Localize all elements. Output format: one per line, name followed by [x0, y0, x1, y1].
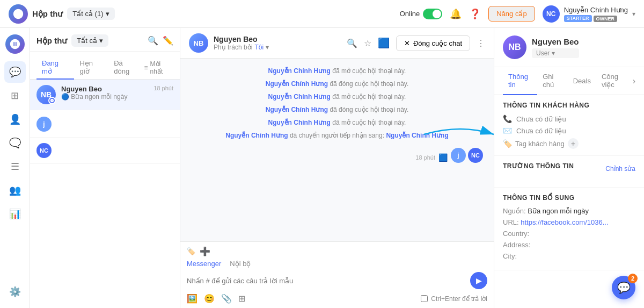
ctrl-enter-text: Ctrl+Enter để trả lời	[431, 295, 487, 303]
right-panel: NB Nguyen Beo User ▾ Thông tin Ghi chú D…	[494, 28, 644, 308]
chat-contact-name: Nguyen Beo	[214, 35, 269, 44]
msg-transfer-target: Nguyễn Chính Hưng	[386, 132, 448, 139]
add-tag-icon[interactable]: ➕	[200, 246, 210, 256]
compose-icon[interactable]: ✏️	[163, 35, 173, 46]
rp-tab-more-icon[interactable]: ›	[633, 76, 635, 86]
sidebar-item-team[interactable]: 👥	[4, 180, 26, 201]
user-dropdown-icon: ▾	[632, 10, 635, 18]
tab-internal[interactable]: Nội bộ	[230, 260, 251, 268]
chat-input-area: ▶	[187, 272, 487, 289]
inbox-item-time: 18 phút	[153, 85, 173, 93]
msg-actor: Nguyễn Chính Hưng	[266, 80, 328, 88]
chat-input[interactable]	[187, 277, 466, 285]
tag-row: 🏷️ Tag khách hàng +	[503, 138, 635, 149]
sidebar-item-chat[interactable]: 💬	[4, 61, 26, 83]
inbox-tabs: Đang mở Hẹn giờ Đã đóng ≡ Mới nhất	[30, 52, 180, 80]
chat-bubble-button[interactable]: 💬 2	[612, 276, 635, 299]
inbox-item[interactable]: NB Nguyen Beo 18 phút 🔵 Bữa ngon mỗi ngà…	[30, 80, 180, 110]
online-toggle: Online	[400, 9, 443, 19]
inbox-sort[interactable]: ≡ Mới nhất	[144, 56, 173, 79]
tab-messenger[interactable]: Messenger	[187, 260, 221, 268]
chat-footer-icons: 🖼️ 😊 📎 ⊞ Ctrl+Enter để trả lời	[187, 293, 487, 304]
rp-contact-name: Nguyen Beo	[532, 37, 579, 46]
sidebar-item-comments[interactable]: 🗨️	[4, 132, 26, 154]
chat-main: NB Nguyen Beo Phụ trách bởi Tôi ▾ 🔍 ☆ 🟦	[180, 28, 494, 308]
upgrade-button[interactable]: Nâng cấp	[488, 6, 535, 22]
notification-icon[interactable]: 🔔	[450, 8, 462, 20]
template-icon[interactable]: ⊞	[238, 293, 245, 304]
url-row: URL: https://facebook.com/1036...	[503, 218, 635, 226]
user-menu[interactable]: NC Nguyễn Chính Hưng STARTER OWNER ▾	[543, 5, 635, 23]
msg-actor: Nguyễn Chính Hưng	[225, 132, 288, 139]
inbox-filter-dropdown[interactable]: Tất cả ▾	[71, 34, 108, 47]
rp-tab-notes[interactable]: Ghi chú	[537, 67, 568, 95]
sidebar: 💬 ⊞ 👤 🗨️ ☰ 👥 📊 ⚙️	[0, 28, 30, 308]
tag-label: Tag khách hàng	[515, 140, 565, 148]
dropdown-arrow-icon: ▾	[99, 37, 103, 45]
messenger-icon[interactable]: 🟦	[378, 37, 390, 49]
rp-header: NB Nguyen Beo User ▾	[494, 28, 644, 67]
emoji-icon[interactable]: 😊	[204, 293, 215, 304]
ctrl-enter-checkbox[interactable]	[421, 295, 428, 302]
tab-closed[interactable]: Đã đóng	[108, 56, 144, 80]
chat-footer-tabs: Messenger Nội bộ	[187, 260, 487, 268]
app-logo[interactable]	[5, 34, 25, 54]
attach-icon[interactable]: 📎	[221, 293, 232, 304]
topbar-filter-label: Tất cả (1)	[72, 10, 103, 18]
sidebar-item-list[interactable]: ☰	[4, 156, 26, 177]
close-chat-button[interactable]: ✕ Đóng cuộc chat	[396, 35, 470, 51]
online-switch[interactable]	[423, 9, 442, 19]
chat-header-info: Nguyen Beo Phụ trách bởi Tôi ▾	[214, 35, 269, 51]
edit-link[interactable]: Chỉnh sửa	[605, 165, 635, 173]
tab-scheduled[interactable]: Hẹn giờ	[74, 56, 108, 80]
sender-avatar-j: j	[451, 148, 466, 163]
online-label: Online	[400, 10, 420, 18]
add-tag-button[interactable]: +	[568, 138, 579, 149]
rp-tabs: Thông tin Ghi chú Deals Công việc ›	[494, 67, 644, 95]
top-bar: Hộp thư Tất cả (1) ▾ Online 🔔 ❓ Nâng cấp…	[0, 0, 644, 28]
inbox-item-j[interactable]: j	[30, 110, 180, 138]
city-row: City:	[503, 252, 635, 260]
rp-tab-info[interactable]: Thông tin	[503, 67, 537, 95]
rp-tab-deals[interactable]: Deals	[568, 71, 596, 91]
user-avatar: NC	[543, 5, 560, 23]
system-msg-1: Nguyễn Chính Hưng đã mở cuộc hội thoại n…	[191, 67, 483, 75]
rp-tab-tasks[interactable]: Công việc	[596, 67, 633, 95]
url-value[interactable]: https://facebook.com/1036...	[521, 218, 608, 226]
custom-fields-header: TRƯỜNG THÔNG TIN Chỉnh sửa	[503, 162, 635, 175]
msg-actor: Nguyễn Chính Hưng	[268, 119, 331, 126]
avatar-nc: NC	[36, 143, 52, 158]
tag-icon: 🏷️	[503, 139, 512, 148]
topbar-filter-dropdown[interactable]: Tất cả (1) ▾	[67, 8, 114, 20]
system-msg-3: Nguyễn Chính Hưng đã mở cuộc hội thoại n…	[191, 93, 483, 101]
chat-header-actions: 🔍 ☆ 🟦 ✕ Đóng cuộc chat ⋮	[347, 35, 485, 51]
msg-time: 18 phút	[415, 154, 435, 161]
sidebar-item-analytics[interactable]: 📊	[4, 203, 26, 225]
city-label: City:	[503, 252, 517, 260]
sidebar-item-contacts[interactable]: 👤	[4, 109, 26, 130]
chat-contact-avatar: NB	[189, 33, 208, 53]
tag-icon[interactable]: 🏷️	[187, 247, 195, 255]
sort-label: Mới nhất	[150, 60, 173, 75]
topbar-inbox-label: Hộp thư	[32, 9, 63, 19]
inbox-item-nc[interactable]: NC	[30, 138, 180, 164]
phone-row: 📞 Chưa có dữ liệu	[503, 114, 635, 123]
more-icon[interactable]: ⋮	[477, 38, 485, 48]
search-icon[interactable]: 🔍	[148, 35, 158, 46]
help-icon[interactable]: ❓	[469, 8, 481, 20]
search-icon[interactable]: 🔍	[347, 38, 357, 48]
sidebar-item-settings[interactable]: ⚙️	[4, 281, 26, 303]
email-value: Chưa có dữ liệu	[516, 127, 566, 135]
rp-role-dropdown[interactable]: User ▾	[532, 48, 579, 58]
inbox-item-content: Nguyen Beo 18 phút 🔵 Bữa ngon mỗi ngày	[61, 85, 173, 101]
tab-open[interactable]: Đang mở	[36, 56, 74, 80]
image-icon[interactable]: 🖼️	[187, 293, 197, 304]
chat-header: NB Nguyen Beo Phụ trách bởi Tôi ▾ 🔍 ☆ 🟦	[180, 28, 494, 59]
star-icon[interactable]: ☆	[364, 38, 371, 48]
country-label: Country:	[503, 230, 529, 238]
avatar-wrap: NB	[36, 85, 56, 104]
sidebar-item-grid[interactable]: ⊞	[4, 85, 26, 106]
topbar-logo[interactable]	[9, 4, 28, 24]
send-button[interactable]: ▶	[470, 272, 487, 289]
sender-avatar-nc: NC	[468, 148, 483, 163]
